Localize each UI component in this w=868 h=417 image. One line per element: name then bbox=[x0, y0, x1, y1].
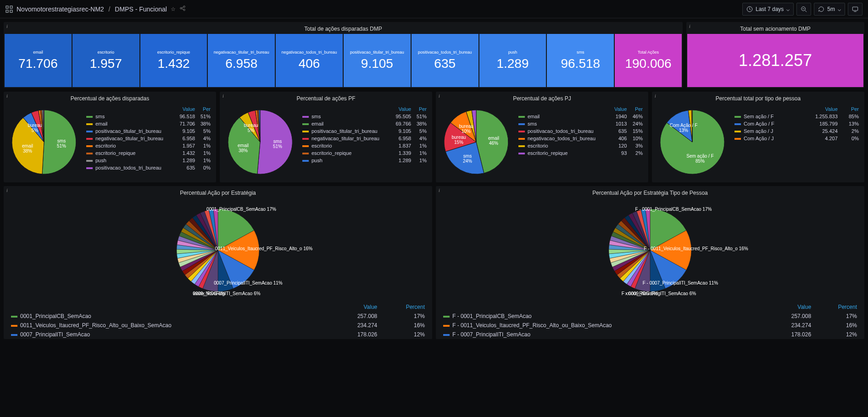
stat-tile[interactable]: escritorio1.957 bbox=[72, 34, 139, 87]
legend-row[interactable]: email71.70638% bbox=[84, 120, 212, 127]
pie-chart[interactable]: sms51%email38%bureau5% bbox=[7, 105, 81, 179]
panel-title: Percentual Ação por Estratégia Tipo de P… bbox=[436, 186, 864, 198]
legend-row[interactable]: escritorio_repique1.3391% bbox=[300, 149, 428, 157]
legend-row[interactable]: escritorio1.8371% bbox=[300, 142, 428, 149]
svg-text:13%: 13% bbox=[679, 128, 688, 133]
info-icon[interactable]: i bbox=[6, 24, 8, 29]
legend-row[interactable]: sms96.51851% bbox=[84, 113, 212, 120]
clock-icon bbox=[746, 6, 753, 12]
col-percent: Percent bbox=[380, 302, 428, 312]
legend-row[interactable]: push1.2891% bbox=[84, 157, 212, 164]
svg-text:sms: sms bbox=[57, 138, 66, 143]
svg-text:Sem ação / F: Sem ação / F bbox=[686, 154, 713, 159]
stat-value: 1.289 bbox=[496, 56, 529, 71]
share-icon[interactable] bbox=[179, 5, 186, 13]
pie-chart[interactable]: sms51%email38%bureau5% bbox=[223, 105, 297, 179]
legend-row[interactable]: sms95.50551% bbox=[300, 113, 428, 120]
breadcrumb[interactable]: Novomotorestrategiasrec-NM2 / DMPS - Fun… bbox=[17, 5, 167, 13]
info-icon[interactable]: i bbox=[6, 93, 8, 99]
stat-tile[interactable]: positivacao_titular_tri_bureau9.105 bbox=[344, 34, 411, 87]
legend-row[interactable]: sms101324% bbox=[517, 120, 645, 127]
legend: ValuePercent0001_PrincipalCB_SemAcao257.… bbox=[4, 302, 432, 339]
svg-text:xxxxx_RDG 6%: xxxxx_RDG 6% bbox=[193, 291, 225, 296]
star-icon[interactable]: ☆ bbox=[171, 6, 176, 12]
stat-tile[interactable]: sms96.518 bbox=[547, 34, 614, 87]
stat-value: 190.006 bbox=[625, 56, 671, 71]
legend-row[interactable]: F - 0007_PrincipalITI_SemAcao178.02612% bbox=[440, 330, 860, 339]
panel-title: Percentual total por tipo de pessoa bbox=[652, 92, 864, 104]
strategy-pie-panel: i Percentual Ação por Estratégia Tipo de… bbox=[436, 186, 864, 339]
stat-label: sms bbox=[576, 50, 585, 55]
stat-tile[interactable]: positivacao_todos_tri_bureau635 bbox=[412, 34, 479, 87]
legend-row[interactable]: positivacao_titular_tri_bureau9.1055% bbox=[300, 127, 428, 135]
legend-row[interactable]: push1.2891% bbox=[300, 157, 428, 164]
legend-row[interactable]: negativacao_titular_tri_bureau6.9584% bbox=[84, 135, 212, 142]
legend-row[interactable]: 0007_PrincipalITI_SemAcao178.02612% bbox=[8, 330, 428, 339]
svg-line-7 bbox=[182, 7, 184, 8]
legend-row[interactable]: escritorio1.9571% bbox=[84, 142, 212, 149]
legend-row[interactable]: email69.76638% bbox=[300, 120, 428, 127]
legend-row[interactable]: negativacao_todos_tri_bureau40610% bbox=[517, 135, 645, 142]
svg-line-8 bbox=[182, 9, 184, 10]
col-value: Value bbox=[610, 105, 629, 113]
panel-title: Total sem acionamento DMP bbox=[686, 22, 864, 34]
svg-text:sms: sms bbox=[273, 139, 282, 144]
svg-text:85%: 85% bbox=[696, 159, 705, 164]
pie-panel: i Percentual de ações disparadas sms51%e… bbox=[4, 92, 216, 182]
svg-text:sms: sms bbox=[463, 154, 472, 159]
info-icon[interactable]: i bbox=[689, 24, 690, 29]
col-value: Value bbox=[175, 105, 197, 113]
stat-tile[interactable]: negativacao_titular_tri_bureau6.958 bbox=[208, 34, 275, 87]
info-icon[interactable]: i bbox=[439, 93, 440, 99]
strategy-pie-panel: i Percentual Ação por Estratégia 0001_Pr… bbox=[4, 186, 432, 339]
legend-row[interactable]: escritorio_repique932% bbox=[517, 149, 645, 157]
zoom-out-button[interactable] bbox=[796, 3, 811, 16]
stat-label: email bbox=[32, 50, 44, 55]
stat-tile[interactable]: escritorio_repique1.432 bbox=[140, 34, 207, 87]
pie-chart[interactable]: Sem ação / F85%Com Ação / F13% bbox=[656, 105, 729, 179]
legend-row[interactable]: Sem ação / F1.255.83385% bbox=[733, 113, 861, 120]
stat-tile[interactable]: Total Ações190.006 bbox=[615, 34, 682, 87]
svg-point-5 bbox=[184, 6, 185, 8]
legend-row[interactable]: positivacao_todos_tri_bureau63515% bbox=[517, 127, 645, 135]
legend-row[interactable]: escritorio1203% bbox=[517, 142, 645, 149]
legend-row[interactable]: negativacao_titular_tri_bureau6.9584% bbox=[300, 135, 428, 142]
svg-text:xxxxx_RDG 6%: xxxxx_RDG 6% bbox=[625, 291, 657, 296]
stat-tile[interactable]: negativacao_todos_tri_bureau406 bbox=[276, 34, 343, 87]
info-icon[interactable]: i bbox=[439, 188, 440, 193]
svg-point-4 bbox=[180, 7, 182, 9]
svg-text:38%: 38% bbox=[239, 148, 248, 153]
svg-text:24%: 24% bbox=[463, 159, 472, 164]
stat-value: 635 bbox=[434, 56, 456, 71]
breadcrumb-title[interactable]: DMPS - Funcional bbox=[115, 5, 167, 13]
legend-row[interactable]: 0001_PrincipalCB_SemAcao257.00817% bbox=[8, 312, 428, 321]
refresh-button[interactable]: 5m ⌵ bbox=[814, 3, 845, 16]
info-icon[interactable]: i bbox=[223, 93, 224, 99]
stat-tile[interactable]: email71.706 bbox=[5, 34, 72, 87]
info-icon[interactable]: i bbox=[655, 93, 656, 99]
legend-row[interactable]: positivacao_todos_tri_bureau6350% bbox=[84, 164, 212, 171]
legend-row[interactable]: email194046% bbox=[517, 113, 645, 120]
legend-row[interactable]: Com Ação / F185.79913% bbox=[733, 120, 861, 127]
stat-value: 406 bbox=[299, 56, 320, 71]
legend-row[interactable]: Sem ação / J25.4242% bbox=[733, 127, 861, 135]
cycle-view-button[interactable] bbox=[848, 3, 862, 16]
legend: ValuePercentF - 0001_PrincipalCB_SemAcao… bbox=[436, 302, 864, 339]
stat-tile[interactable]: push1.289 bbox=[479, 34, 546, 87]
pie-chart[interactable]: email46%sms24%bureau15%bureau10% bbox=[440, 105, 513, 179]
legend-row[interactable]: 0011_Veiculos_Itaucred_PF_Risco_Alto_ou_… bbox=[8, 321, 428, 330]
legend-row[interactable]: positivacao_titular_tri_bureau9.1055% bbox=[84, 127, 212, 135]
zoom-out-icon bbox=[801, 6, 807, 12]
pie-chart[interactable]: F - 0001_PrincipalCB_SemAcao 17%F - 0011… bbox=[531, 200, 769, 301]
pie-chart[interactable]: 0001_PrincipalCB_SemAcao 17%0011_Veiculo… bbox=[99, 200, 337, 301]
legend-row[interactable]: F - 0011_Veiculos_Itaucred_PF_Risco_Alto… bbox=[440, 321, 860, 330]
legend-row[interactable]: F - 0001_PrincipalCB_SemAcao257.00817% bbox=[440, 312, 860, 321]
info-icon[interactable]: i bbox=[6, 188, 8, 193]
svg-rect-1 bbox=[10, 6, 12, 8]
col-value: Value bbox=[799, 105, 839, 113]
legend-row[interactable]: Com Ação / J4.2070% bbox=[733, 135, 861, 142]
legend-row[interactable]: escritorio_repique1.4321% bbox=[84, 149, 212, 157]
time-picker-button[interactable]: Last 7 days ⌵ bbox=[742, 3, 794, 16]
svg-rect-13 bbox=[852, 7, 857, 11]
breadcrumb-folder[interactable]: Novomotorestrategiasrec-NM2 bbox=[17, 5, 104, 13]
